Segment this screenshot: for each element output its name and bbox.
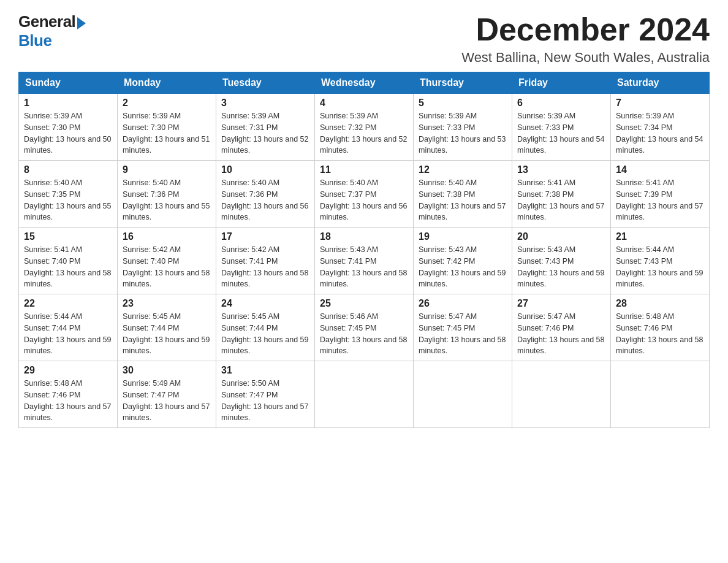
day-number: 15 [24,231,112,242]
calendar-cell [315,361,414,428]
day-info: Sunrise: 5:40 AMSunset: 7:38 PMDaylight:… [419,177,507,223]
day-info: Sunrise: 5:45 AMSunset: 7:44 PMDaylight:… [123,311,211,357]
calendar-cell: 8Sunrise: 5:40 AMSunset: 7:35 PMDaylight… [19,161,118,228]
calendar-cell: 13Sunrise: 5:41 AMSunset: 7:38 PMDayligh… [512,161,611,228]
calendar-cell: 6Sunrise: 5:39 AMSunset: 7:33 PMDaylight… [512,94,611,161]
day-number: 12 [419,164,507,175]
calendar-table: SundayMondayTuesdayWednesdayThursdayFrid… [18,72,710,428]
calendar-cell: 27Sunrise: 5:47 AMSunset: 7:46 PMDayligh… [512,294,611,361]
day-info: Sunrise: 5:49 AMSunset: 7:47 PMDaylight:… [123,378,211,424]
weekday-header-row: SundayMondayTuesdayWednesdayThursdayFrid… [19,72,710,94]
day-number: 5 [419,98,507,109]
weekday-header-monday: Monday [118,72,216,94]
day-number: 25 [320,298,408,309]
logo-blue-text: Blue [18,31,51,50]
calendar-cell: 1Sunrise: 5:39 AMSunset: 7:30 PMDaylight… [19,94,118,161]
day-info: Sunrise: 5:39 AMSunset: 7:33 PMDaylight:… [419,110,507,156]
day-info: Sunrise: 5:47 AMSunset: 7:45 PMDaylight:… [419,311,507,357]
calendar-cell: 22Sunrise: 5:44 AMSunset: 7:44 PMDayligh… [19,294,118,361]
weekday-header-saturday: Saturday [611,72,710,94]
calendar-cell: 31Sunrise: 5:50 AMSunset: 7:47 PMDayligh… [216,361,315,428]
day-info: Sunrise: 5:39 AMSunset: 7:32 PMDaylight:… [320,110,408,156]
day-number: 28 [616,298,704,309]
calendar-week-row: 22Sunrise: 5:44 AMSunset: 7:44 PMDayligh… [19,294,710,361]
day-number: 16 [123,231,211,242]
calendar-cell: 16Sunrise: 5:42 AMSunset: 7:40 PMDayligh… [118,228,216,294]
calendar-week-row: 15Sunrise: 5:41 AMSunset: 7:40 PMDayligh… [19,228,710,294]
day-info: Sunrise: 5:42 AMSunset: 7:41 PMDaylight:… [221,244,309,290]
calendar-cell: 18Sunrise: 5:43 AMSunset: 7:41 PMDayligh… [315,228,414,294]
day-number: 11 [320,164,408,175]
calendar-week-row: 1Sunrise: 5:39 AMSunset: 7:30 PMDaylight… [19,94,710,161]
calendar-cell: 23Sunrise: 5:45 AMSunset: 7:44 PMDayligh… [118,294,216,361]
day-number: 9 [123,164,211,175]
day-info: Sunrise: 5:50 AMSunset: 7:47 PMDaylight:… [221,378,309,424]
day-info: Sunrise: 5:48 AMSunset: 7:46 PMDaylight:… [24,378,112,424]
day-number: 29 [24,365,112,376]
calendar-cell: 30Sunrise: 5:49 AMSunset: 7:47 PMDayligh… [118,361,216,428]
day-number: 7 [616,98,704,109]
calendar-cell: 3Sunrise: 5:39 AMSunset: 7:31 PMDaylight… [216,94,315,161]
day-number: 1 [24,98,112,109]
day-info: Sunrise: 5:40 AMSunset: 7:35 PMDaylight:… [24,177,112,223]
day-info: Sunrise: 5:39 AMSunset: 7:30 PMDaylight:… [24,110,112,156]
calendar-cell: 5Sunrise: 5:39 AMSunset: 7:33 PMDaylight… [414,94,512,161]
calendar-cell: 25Sunrise: 5:46 AMSunset: 7:45 PMDayligh… [315,294,414,361]
day-info: Sunrise: 5:40 AMSunset: 7:37 PMDaylight:… [320,177,408,223]
calendar-cell: 20Sunrise: 5:43 AMSunset: 7:43 PMDayligh… [512,228,611,294]
day-number: 18 [320,231,408,242]
month-title: December 2024 [461,12,710,47]
day-info: Sunrise: 5:41 AMSunset: 7:40 PMDaylight:… [24,244,112,290]
weekday-header-tuesday: Tuesday [216,72,315,94]
calendar-week-row: 29Sunrise: 5:48 AMSunset: 7:46 PMDayligh… [19,361,710,428]
day-number: 19 [419,231,507,242]
calendar-cell: 11Sunrise: 5:40 AMSunset: 7:37 PMDayligh… [315,161,414,228]
day-number: 27 [517,298,605,309]
day-info: Sunrise: 5:39 AMSunset: 7:30 PMDaylight:… [123,110,211,156]
day-info: Sunrise: 5:48 AMSunset: 7:46 PMDaylight:… [616,311,704,357]
calendar-cell: 28Sunrise: 5:48 AMSunset: 7:46 PMDayligh… [611,294,710,361]
weekday-header-wednesday: Wednesday [315,72,414,94]
logo-general-text: General [18,12,75,31]
day-info: Sunrise: 5:39 AMSunset: 7:33 PMDaylight:… [517,110,605,156]
location-subtitle: West Ballina, New South Wales, Australia [461,50,710,66]
day-number: 22 [24,298,112,309]
day-number: 26 [419,298,507,309]
day-number: 6 [517,98,605,109]
day-number: 14 [616,164,704,175]
day-info: Sunrise: 5:39 AMSunset: 7:31 PMDaylight:… [221,110,309,156]
day-info: Sunrise: 5:41 AMSunset: 7:39 PMDaylight:… [616,177,704,223]
calendar-cell: 2Sunrise: 5:39 AMSunset: 7:30 PMDaylight… [118,94,216,161]
calendar-cell: 9Sunrise: 5:40 AMSunset: 7:36 PMDaylight… [118,161,216,228]
calendar-cell: 26Sunrise: 5:47 AMSunset: 7:45 PMDayligh… [414,294,512,361]
day-number: 4 [320,98,408,109]
logo-top-line: General [18,12,86,31]
calendar-cell: 24Sunrise: 5:45 AMSunset: 7:44 PMDayligh… [216,294,315,361]
day-info: Sunrise: 5:44 AMSunset: 7:44 PMDaylight:… [24,311,112,357]
day-info: Sunrise: 5:45 AMSunset: 7:44 PMDaylight:… [221,311,309,357]
logo: General Blue [18,12,86,50]
page-header: General Blue December 2024 West Ballina,… [18,12,710,66]
calendar-cell: 7Sunrise: 5:39 AMSunset: 7:34 PMDaylight… [611,94,710,161]
day-number: 20 [517,231,605,242]
calendar-cell [611,361,710,428]
calendar-cell: 14Sunrise: 5:41 AMSunset: 7:39 PMDayligh… [611,161,710,228]
title-area: December 2024 West Ballina, New South Wa… [461,12,710,66]
day-info: Sunrise: 5:43 AMSunset: 7:43 PMDaylight:… [517,244,605,290]
day-info: Sunrise: 5:46 AMSunset: 7:45 PMDaylight:… [320,311,408,357]
weekday-header-thursday: Thursday [414,72,512,94]
calendar-cell: 4Sunrise: 5:39 AMSunset: 7:32 PMDaylight… [315,94,414,161]
calendar-cell [414,361,512,428]
logo-arrow-icon [77,17,86,29]
day-info: Sunrise: 5:43 AMSunset: 7:42 PMDaylight:… [419,244,507,290]
day-info: Sunrise: 5:40 AMSunset: 7:36 PMDaylight:… [221,177,309,223]
day-info: Sunrise: 5:43 AMSunset: 7:41 PMDaylight:… [320,244,408,290]
calendar-cell: 17Sunrise: 5:42 AMSunset: 7:41 PMDayligh… [216,228,315,294]
calendar-cell [512,361,611,428]
day-info: Sunrise: 5:44 AMSunset: 7:43 PMDaylight:… [616,244,704,290]
day-number: 24 [221,298,309,309]
calendar-cell: 12Sunrise: 5:40 AMSunset: 7:38 PMDayligh… [414,161,512,228]
weekday-header-sunday: Sunday [19,72,118,94]
calendar-cell: 21Sunrise: 5:44 AMSunset: 7:43 PMDayligh… [611,228,710,294]
day-info: Sunrise: 5:47 AMSunset: 7:46 PMDaylight:… [517,311,605,357]
